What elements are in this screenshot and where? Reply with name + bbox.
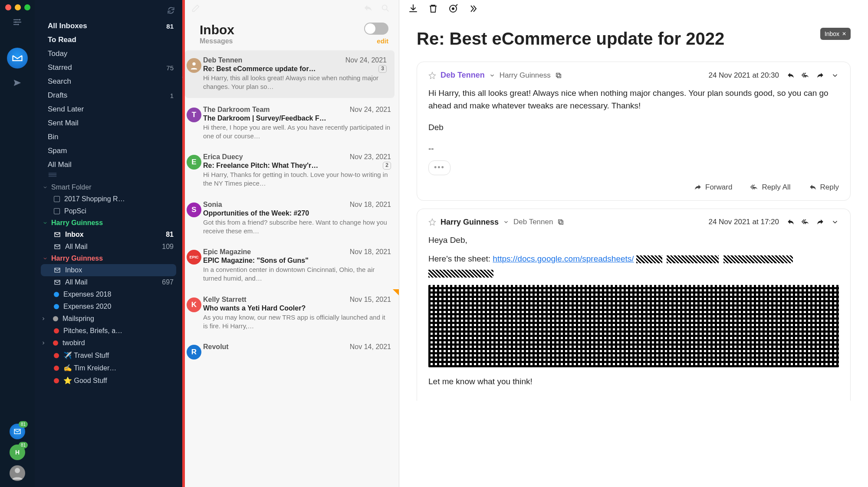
message-date: Nov 23, 2021 bbox=[350, 153, 391, 161]
folder-chip[interactable]: Inbox✕ bbox=[820, 28, 851, 40]
message-row[interactable]: Deb TennenNov 24, 2021 Re: Best eCommerc… bbox=[185, 50, 395, 98]
sender-details-icon[interactable] bbox=[489, 72, 495, 78]
message-subject: Who wants a Yeti Hard Cooler? bbox=[203, 304, 306, 312]
message-sender: Epic Magazine bbox=[203, 248, 251, 256]
folder-row[interactable]: Inbox81 bbox=[35, 229, 182, 241]
card-replyall-icon[interactable] bbox=[802, 72, 809, 79]
copy-recipients-icon[interactable] bbox=[555, 72, 562, 79]
settings-sliders-icon[interactable] bbox=[13, 17, 22, 27]
message-preview: As you may know, our new TRS app is offi… bbox=[203, 313, 391, 331]
forward-button[interactable]: Forward bbox=[694, 183, 732, 192]
sender-avatar: S bbox=[187, 203, 201, 217]
folder-row[interactable]: Expenses 2020 bbox=[35, 301, 182, 313]
message-row[interactable]: K Kelly StarrettNov 15, 2021 Who wants a… bbox=[182, 290, 399, 337]
card-reply-icon[interactable] bbox=[787, 218, 795, 226]
folder-row[interactable]: twobird bbox=[35, 337, 182, 349]
message-date: Nov 18, 2021 bbox=[350, 248, 391, 256]
message-row[interactable]: EPIC Epic MagazineNov 18, 2021 EPIC Maga… bbox=[182, 242, 399, 290]
folder-row[interactable]: ✍️ Tim Kreider… bbox=[35, 362, 182, 374]
chevron-right-icon bbox=[41, 316, 46, 321]
account-switch-2[interactable]: H 81 bbox=[10, 445, 25, 460]
sidebar-item-to-read[interactable]: To Read bbox=[35, 33, 182, 47]
message-row[interactable]: S SoniaNov 18, 2021 Opportunities of the… bbox=[182, 195, 399, 242]
message-sender: Kelly Starrett bbox=[203, 296, 247, 304]
sidebar-item-all-inboxes[interactable]: All Inboxes81 bbox=[35, 19, 182, 33]
more-actions-icon[interactable] bbox=[468, 3, 478, 14]
smart-folder-header[interactable]: Smart Folder bbox=[35, 182, 182, 193]
message-card: Harry Guinness Deb Tennen 24 Nov 2021 at… bbox=[417, 209, 851, 401]
card-forward-icon[interactable] bbox=[816, 72, 824, 79]
compose-icon[interactable] bbox=[191, 3, 201, 13]
smart-folder-item[interactable]: PopSci bbox=[35, 205, 182, 217]
archive-download-icon[interactable] bbox=[408, 3, 418, 14]
sidebar-item-sent-mail[interactable]: Sent Mail bbox=[35, 116, 182, 130]
sync-icon[interactable] bbox=[167, 6, 175, 15]
card-expand-icon[interactable] bbox=[831, 72, 839, 79]
star-icon[interactable] bbox=[428, 72, 436, 79]
sidebar-item-send-later[interactable]: Send Later bbox=[35, 102, 182, 116]
account-header-1[interactable]: Harry Guinness bbox=[35, 217, 182, 229]
color-dot bbox=[54, 353, 59, 358]
list-title: Inbox bbox=[200, 23, 234, 37]
reply-all-button[interactable]: Reply All bbox=[750, 183, 790, 192]
account-header-2[interactable]: Harry Guinness bbox=[35, 253, 182, 264]
sender-name[interactable]: Harry Guinness bbox=[441, 218, 499, 227]
reply-icon[interactable] bbox=[363, 3, 373, 13]
card-replyall-icon[interactable] bbox=[802, 218, 809, 226]
sidebar-item-bin[interactable]: Bin bbox=[35, 130, 182, 144]
sidebar-item-starred[interactable]: Starred75 bbox=[35, 61, 182, 75]
sidebar-item-search[interactable]: Search bbox=[35, 75, 182, 88]
show-trimmed-button[interactable]: ••• bbox=[428, 160, 450, 175]
svg-point-9 bbox=[15, 468, 20, 473]
account-switch-3[interactable] bbox=[10, 465, 25, 481]
message-date: Nov 15, 2021 bbox=[350, 296, 391, 304]
message-row[interactable]: T The Darkroom TeamNov 24, 2021 The Dark… bbox=[182, 100, 399, 147]
folder-row[interactable]: Pitches, Briefs, a… bbox=[35, 325, 182, 337]
message-date: 24 Nov 2021 at 20:30 bbox=[708, 71, 779, 80]
folder-row[interactable]: Inbox bbox=[41, 264, 176, 276]
search-icon[interactable] bbox=[381, 3, 390, 13]
delete-icon[interactable] bbox=[428, 3, 438, 14]
mailbox-icon bbox=[54, 243, 61, 250]
folder-row[interactable]: ✈️ Travel Stuff bbox=[35, 349, 182, 362]
reply-button[interactable]: Reply bbox=[809, 183, 839, 192]
message-sender: Deb Tennen bbox=[203, 56, 242, 64]
folder-row[interactable]: ⭐ Good Stuff bbox=[35, 374, 182, 387]
sidebar-item-all-mail[interactable]: All Mail bbox=[35, 158, 182, 172]
sender-avatar: R bbox=[187, 345, 201, 360]
message-preview: Hi Harry, this all looks great! Always n… bbox=[203, 74, 387, 92]
snooze-icon[interactable] bbox=[448, 3, 458, 14]
smart-folder-item[interactable]: 2017 Shopping R… bbox=[35, 193, 182, 205]
folder-row[interactable]: Expenses 2018 bbox=[35, 288, 182, 301]
message-row[interactable]: R RevolutNov 14, 2021 bbox=[182, 337, 399, 359]
folder-row[interactable]: All Mail109 bbox=[35, 241, 182, 253]
sheet-link[interactable]: https://docs.google.com/spreadsheets/ bbox=[493, 254, 634, 263]
chip-remove-icon[interactable]: ✕ bbox=[842, 31, 846, 37]
card-expand-icon[interactable] bbox=[831, 218, 839, 226]
folder-row[interactable]: All Mail697 bbox=[35, 276, 182, 288]
card-reply-icon[interactable] bbox=[787, 72, 795, 79]
app-logo[interactable] bbox=[7, 48, 28, 69]
filter-toggle[interactable] bbox=[364, 23, 388, 35]
window-zoom[interactable] bbox=[24, 4, 30, 10]
sender-details-icon[interactable] bbox=[503, 219, 509, 225]
message-list-pane: Inbox Messages edit Deb TennenNov 24, 20… bbox=[182, 0, 399, 487]
sender-name[interactable]: Deb Tennen bbox=[441, 71, 485, 80]
recipient-name: Harry Guinness bbox=[500, 71, 551, 80]
message-row[interactable]: E Erica DuecyNov 23, 2021 Re: Freelance … bbox=[182, 147, 399, 195]
send-icon[interactable] bbox=[13, 78, 22, 88]
window-minimize[interactable] bbox=[15, 4, 21, 10]
star-icon[interactable] bbox=[428, 218, 436, 226]
sidebar-item-spam[interactable]: Spam bbox=[35, 144, 182, 158]
account-switch-1[interactable]: 81 bbox=[10, 424, 25, 439]
sidebar-drag-handle[interactable] bbox=[35, 172, 48, 179]
message-preview: Hi there, I hope you are well. As you ha… bbox=[203, 123, 391, 141]
folder-row[interactable]: Mailspring bbox=[35, 313, 182, 325]
window-close[interactable] bbox=[5, 4, 11, 10]
edit-link[interactable]: edit bbox=[377, 37, 388, 45]
sidebar-item-drafts[interactable]: Drafts1 bbox=[35, 88, 182, 102]
sender-avatar bbox=[187, 58, 201, 73]
sidebar-item-today[interactable]: Today bbox=[35, 47, 182, 61]
copy-recipients-icon[interactable] bbox=[557, 219, 564, 226]
card-forward-icon[interactable] bbox=[816, 218, 824, 226]
